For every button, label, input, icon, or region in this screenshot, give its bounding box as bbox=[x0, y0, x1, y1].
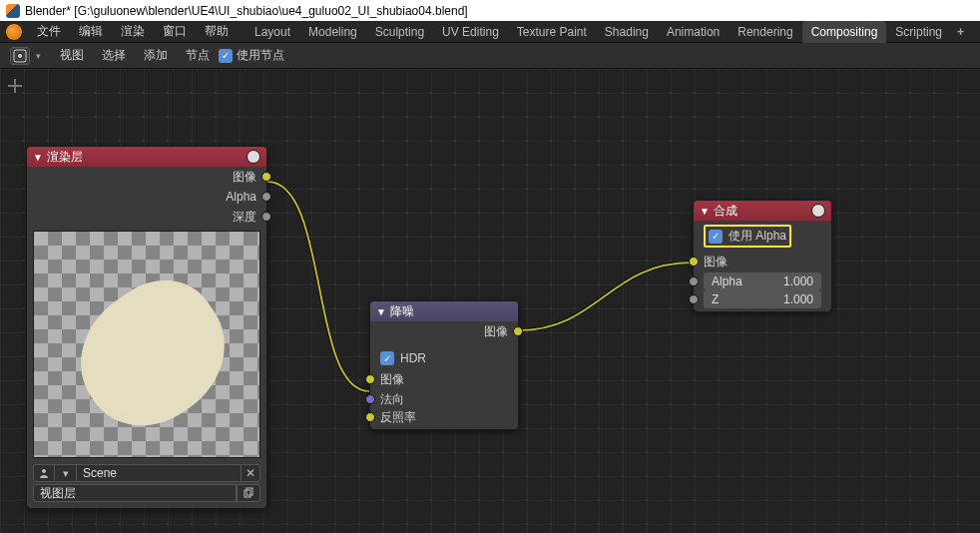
viewlayer-row: 视图层 bbox=[33, 484, 260, 502]
tab-shading[interactable]: Shading bbox=[596, 21, 658, 43]
menu-select[interactable]: 选择 bbox=[93, 43, 135, 68]
blender-logo-icon[interactable] bbox=[6, 24, 22, 40]
slider-label: Z bbox=[704, 292, 727, 306]
menu-file[interactable]: 文件 bbox=[28, 19, 70, 44]
use-alpha-label: 使用 Alpha bbox=[729, 228, 786, 245]
socket-z-in[interactable]: Z 1.000 bbox=[694, 291, 831, 311]
menu-render[interactable]: 渲染 bbox=[112, 19, 154, 44]
editor-type-icon[interactable] bbox=[10, 47, 30, 65]
socket-image-out[interactable]: 图像 bbox=[27, 167, 266, 187]
node-title: 合成 bbox=[714, 203, 811, 220]
menu-view[interactable]: 视图 bbox=[51, 43, 93, 68]
viewlayer-field[interactable]: 视图层 bbox=[33, 484, 237, 502]
clear-scene-button[interactable]: ✕ bbox=[241, 464, 260, 482]
render-single-button[interactable] bbox=[237, 484, 260, 502]
svg-rect-3 bbox=[245, 490, 250, 497]
tab-scripting[interactable]: Scripting bbox=[886, 21, 951, 43]
slider-label: Alpha bbox=[704, 274, 750, 288]
socket-label: 反照率 bbox=[380, 409, 416, 426]
tab-animation[interactable]: Animation bbox=[658, 21, 729, 43]
socket-label: 深度 bbox=[233, 209, 256, 226]
socket-image-in[interactable]: 图像 bbox=[694, 252, 831, 271]
socket-dot[interactable] bbox=[261, 172, 271, 182]
scene-icon[interactable] bbox=[33, 464, 55, 482]
socket-depth-out[interactable]: 深度 bbox=[27, 207, 266, 227]
tab-compositing[interactable]: Compositing bbox=[802, 21, 887, 43]
svg-point-2 bbox=[42, 469, 46, 473]
node-header[interactable]: ▼ 降噪 bbox=[370, 301, 518, 321]
tab-layout[interactable]: Layout bbox=[245, 21, 299, 43]
z-slider[interactable]: Z 1.000 bbox=[704, 290, 821, 308]
socket-dot[interactable] bbox=[513, 326, 523, 336]
menu-help[interactable]: 帮助 bbox=[196, 19, 238, 44]
scene-field[interactable]: Scene bbox=[77, 464, 241, 482]
highlight-annotation: ✓ 使用 Alpha bbox=[704, 225, 791, 248]
socket-label: 图像 bbox=[233, 169, 256, 186]
node-title: 降噪 bbox=[390, 303, 512, 320]
window-titlebar: Blender* [G:\guluonew\blender\UE4\UI_shu… bbox=[0, 0, 980, 21]
node-preview bbox=[33, 231, 260, 458]
socket-dot[interactable] bbox=[689, 276, 699, 286]
chevron-down-icon[interactable]: ▾ bbox=[55, 464, 77, 482]
socket-dot[interactable] bbox=[365, 374, 375, 384]
menu-add[interactable]: 添加 bbox=[135, 43, 177, 68]
svg-rect-4 bbox=[246, 488, 252, 495]
render-preview-figure bbox=[54, 259, 250, 451]
use-alpha-row[interactable]: ✓ 使用 Alpha bbox=[694, 221, 831, 252]
socket-dot[interactable] bbox=[689, 257, 699, 266]
node-header[interactable]: ▼ 渲染层 bbox=[27, 147, 266, 167]
socket-alpha-in[interactable]: Alpha 1.000 bbox=[694, 271, 831, 291]
node-composite[interactable]: ▼ 合成 ✓ 使用 Alpha 图像 Alpha 1.000 bbox=[693, 200, 832, 312]
backdrop-origin-icon bbox=[8, 79, 22, 93]
socket-image-in[interactable]: 图像 bbox=[370, 369, 518, 389]
node-render-layers[interactable]: ▼ 渲染层 图像 Alpha 深度 bbox=[26, 146, 267, 509]
socket-dot[interactable] bbox=[365, 394, 375, 404]
slider-value: 1.000 bbox=[775, 292, 821, 306]
socket-image-out[interactable]: 图像 bbox=[370, 321, 518, 341]
svg-point-1 bbox=[18, 54, 22, 58]
use-alpha-checkbox[interactable]: ✓ bbox=[709, 230, 723, 244]
blender-main: 文件 编辑 渲染 窗口 帮助 Layout Modeling Sculpting… bbox=[0, 21, 980, 533]
alpha-slider[interactable]: Alpha 1.000 bbox=[704, 272, 821, 290]
socket-dot[interactable] bbox=[689, 294, 699, 304]
top-menu-bar: 文件 编辑 渲染 窗口 帮助 Layout Modeling Sculpting… bbox=[0, 21, 980, 43]
node-editor[interactable]: ▼ 渲染层 图像 Alpha 深度 bbox=[0, 69, 980, 533]
blender-icon bbox=[6, 4, 20, 18]
scene-row: ▾ Scene ✕ bbox=[33, 464, 260, 482]
node-editor-header: ▾ 视图 选择 添加 节点 ✓ 使用节点 bbox=[0, 43, 980, 69]
node-title: 渲染层 bbox=[47, 149, 246, 166]
socket-label: 图像 bbox=[704, 254, 728, 270]
socket-dot[interactable] bbox=[365, 412, 375, 422]
tab-sculpting[interactable]: Sculpting bbox=[366, 21, 433, 43]
collapse-icon[interactable]: ▼ bbox=[376, 306, 386, 317]
workspace-tabs: Layout Modeling Sculpting UV Editing Tex… bbox=[245, 21, 970, 43]
hdr-row[interactable]: ✓ HDR bbox=[370, 347, 518, 369]
tab-add[interactable]: + bbox=[951, 21, 970, 43]
menu-edit[interactable]: 编辑 bbox=[70, 19, 112, 44]
preview-dot-icon[interactable] bbox=[811, 204, 825, 218]
socket-dot[interactable] bbox=[261, 192, 271, 202]
use-nodes-label: 使用节点 bbox=[237, 47, 284, 64]
collapse-icon[interactable]: ▼ bbox=[700, 206, 710, 217]
node-header[interactable]: ▼ 合成 bbox=[694, 201, 831, 221]
socket-normal-in[interactable]: 法向 bbox=[370, 389, 518, 409]
slider-value: 1.000 bbox=[775, 274, 821, 288]
preview-dot-icon[interactable] bbox=[246, 150, 260, 164]
chevron-down-icon[interactable]: ▾ bbox=[33, 51, 43, 61]
node-denoise[interactable]: ▼ 降噪 图像 ✓ HDR 图像 法向 反照率 bbox=[369, 300, 519, 430]
hdr-checkbox[interactable]: ✓ bbox=[380, 351, 394, 365]
menu-window[interactable]: 窗口 bbox=[154, 19, 196, 44]
socket-albedo-in[interactable]: 反照率 bbox=[370, 409, 518, 429]
tab-modeling[interactable]: Modeling bbox=[299, 21, 366, 43]
collapse-icon[interactable]: ▼ bbox=[33, 152, 43, 163]
socket-label: 图像 bbox=[484, 323, 508, 340]
socket-alpha-out[interactable]: Alpha bbox=[27, 187, 266, 207]
menu-node[interactable]: 节点 bbox=[177, 43, 219, 68]
tab-uvediting[interactable]: UV Editing bbox=[433, 21, 508, 43]
tab-rendering[interactable]: Rendering bbox=[729, 21, 801, 43]
use-nodes-checkbox[interactable]: ✓ bbox=[219, 49, 233, 63]
socket-label: 图像 bbox=[380, 371, 404, 388]
socket-dot[interactable] bbox=[261, 212, 271, 222]
tab-texturepaint[interactable]: Texture Paint bbox=[508, 21, 596, 43]
hdr-label: HDR bbox=[400, 351, 426, 365]
